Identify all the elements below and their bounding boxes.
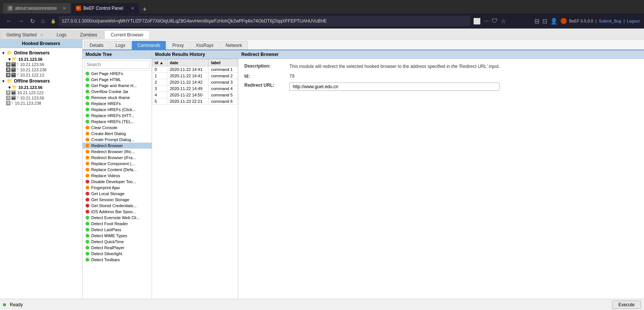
module-item-detect-foxit[interactable]: Detect Foxit Reader [83, 221, 152, 227]
offline-node-1[interactable]: 🖥 📷 10.21.123.122 [0, 90, 82, 95]
address-input[interactable] [59, 16, 470, 26]
redirect-url-input[interactable] [289, 83, 500, 91]
module-item-fingerprint-ajax[interactable]: Fingerprint Ajax [83, 185, 152, 191]
online-node-1[interactable]: 🖥 📷 ? 10.21.123.56 [0, 62, 82, 67]
offline-group-1[interactable]: ▼ 📁 10.21.123.56 [0, 84, 82, 90]
module-item-detect-toolbars[interactable]: Detect Toolbars [83, 257, 152, 263]
browser-tab-session[interactable]: ↺ about:sessionrestore ✕ [3, 3, 71, 14]
online-browsers-header[interactable]: ▼ 📁 Online Browsers [0, 50, 82, 56]
module-item-detect-quicktime[interactable]: Detect QuickTime [83, 239, 152, 245]
module-item-redirect-browser[interactable]: Redirect Browser [83, 143, 152, 149]
tab-beef-close[interactable]: ✕ [131, 6, 134, 11]
submit-bug-link[interactable]: Submit_Bug [599, 19, 621, 23]
table-row[interactable]: 42020-11-22 14:50command 5 [152, 92, 238, 98]
module-item-replace-hrefs-click[interactable]: Replace HREFs (Click... [83, 107, 152, 113]
cell-label: command 5 [209, 92, 238, 98]
bookmark-icon[interactable]: ⬜ [473, 18, 481, 25]
offline-ip-1: 10.21.123.56 [18, 85, 42, 90]
module-item-ios-address-bar[interactable]: iOS Address Bar Spoo... [83, 209, 152, 215]
forward-button[interactable]: → [17, 17, 26, 25]
offline-node-2[interactable]: 🖥 📷 ? 10.21.123.56 [0, 95, 82, 101]
module-item-get-page-hrefs[interactable]: Get Page HREFs [83, 71, 152, 77]
module-item-detect-silverlight[interactable]: Detect Silverlight [83, 251, 152, 257]
module-item-create-prompt-dialog[interactable]: Create Prompt Dialog... [83, 137, 152, 143]
bookmarks-panel-icon[interactable]: ⊟ [534, 18, 539, 25]
table-row[interactable]: 02020-11-22 14:41command 1 [152, 66, 238, 73]
module-item-detect-lastpass[interactable]: Detect LastPass [83, 227, 152, 233]
execute-button[interactable]: Execute [612, 301, 641, 309]
getting-started-close[interactable]: ✕ [40, 33, 43, 37]
tabs-panel-icon[interactable]: ⊡ [542, 18, 547, 25]
star-icon[interactable]: ☆ [501, 18, 506, 25]
offline-browsers-label: Offline Browsers [14, 78, 50, 84]
sec-tab-network[interactable]: Network [220, 41, 248, 50]
sec-tab-commands[interactable]: Commands [132, 41, 166, 50]
module-item-replace-hrefs-tel[interactable]: Replace HREFs (TEL... [83, 119, 152, 125]
search-input[interactable] [84, 60, 150, 69]
module-item-replace-hrefs[interactable]: Replace HREFs [83, 101, 152, 107]
online-folder-icon: 📁 [7, 50, 12, 56]
module-label-disable-developer: Disable Developer Too... [91, 179, 136, 184]
offline-node-3[interactable]: 🖥 ? 10.21.123.238 [0, 101, 82, 106]
logout-link[interactable]: Logout [627, 19, 639, 23]
online-node-3[interactable]: 🖥 📷 ? 10.21.122.12 [0, 72, 82, 78]
online-browsers-label: Online Browsers [14, 50, 50, 56]
tab-current-browser[interactable]: Current Browser [104, 30, 150, 39]
new-tab-button[interactable]: + [140, 6, 150, 14]
module-item-overflow-cookie-jar[interactable]: Overflow Cookie Jar [83, 89, 152, 95]
tab-session-close[interactable]: ✕ [63, 6, 66, 11]
cell-id: 1 [152, 73, 167, 79]
module-item-redirect-browser-ifra[interactable]: Redirect Browser (iFra... [83, 155, 152, 161]
online-node-2[interactable]: 🖥 📷 ? 10.21.123.238 [0, 67, 82, 72]
browser-tab-beef[interactable]: B BeEF Control Panel ✕ [71, 3, 139, 14]
reload-button[interactable]: ↻ [29, 17, 36, 26]
table-row[interactable]: 12020-11-22 14:41command 2 [152, 73, 238, 79]
home-button[interactable]: ⌂ [39, 17, 46, 25]
module-label-detect-silverlight: Detect Silverlight [91, 251, 122, 256]
profile-icon[interactable]: 👤 [550, 18, 558, 25]
results-col-0[interactable]: id ▲ [152, 59, 167, 66]
tab-zombies[interactable]: Zombies [74, 30, 104, 39]
results-col-2[interactable]: label [209, 59, 238, 66]
table-row[interactable]: 32020-11-22 14:49command 4 [152, 86, 238, 92]
module-label-create-prompt-dialog: Create Prompt Dialog... [91, 137, 134, 142]
module-item-get-stored-credentials[interactable]: Get Stored Credentials... [83, 203, 152, 209]
module-item-get-session-storage[interactable]: Get Session Storage [83, 197, 152, 203]
module-item-disable-developer[interactable]: Disable Developer Too... [83, 179, 152, 185]
sec-tab-details[interactable]: Details [84, 41, 109, 50]
module-list: Get Page HREFsGet Page HTMLGet Page and … [83, 71, 152, 299]
table-row[interactable]: 22020-11-22 14:42command 3 [152, 79, 238, 86]
sec-tab-logs[interactable]: Logs [110, 41, 131, 50]
module-item-remove-stuck-iframe[interactable]: Remove stuck iframe [83, 95, 152, 101]
module-item-detect-realplayer[interactable]: Detect RealPlayer [83, 245, 152, 251]
sec-tab-proxy[interactable]: Proxy [167, 41, 190, 50]
module-label-detect-lastpass: Detect LastPass [91, 227, 121, 232]
module-item-get-page-html[interactable]: Get Page HTML [83, 77, 152, 83]
tab-logs[interactable]: Logs [50, 30, 73, 39]
off-monitor-3: 🖥 [6, 101, 11, 105]
module-item-get-local-storage[interactable]: Get Local Storage [83, 191, 152, 197]
module-item-detect-evernote[interactable]: Detect Evernote Web Cli... [83, 215, 152, 221]
module-item-clear-console[interactable]: Clear Console [83, 125, 152, 131]
menu-icon[interactable]: ··· [484, 18, 489, 24]
module-item-get-page-iframe[interactable]: Get Page and iframe H... [83, 83, 152, 89]
sec-tab-xssrays[interactable]: XssRays [190, 41, 219, 50]
module-dot-detect-quicktime [86, 240, 89, 244]
module-item-replace-videos[interactable]: Replace Videos [83, 173, 152, 179]
camera-icon-1: 📷 [11, 62, 16, 67]
module-item-create-alert-dialog[interactable]: Create Alert Dialog [83, 131, 152, 137]
cell-label: command 3 [209, 79, 238, 86]
module-item-replace-content[interactable]: Replace Content (Defa... [83, 167, 152, 173]
results-col-1[interactable]: date [167, 59, 209, 66]
module-item-detect-mime-types[interactable]: Detect MIME Types [83, 233, 152, 239]
module-item-replace-hrefs-htt[interactable]: Replace HREFs (HTT... [83, 113, 152, 119]
monitor-icon-1: 🖥 [6, 62, 11, 67]
tab-getting-started[interactable]: Getting Started ✕ [0, 30, 50, 39]
offline-browsers-header[interactable]: ▼ 📁 Offline Browsers [0, 78, 82, 84]
online-group-1[interactable]: ▼ 📁 10.21.123.56 [0, 56, 82, 62]
module-item-replace-component[interactable]: Replace Component (... [83, 161, 152, 167]
browser-tree: ▼ 📁 Online Browsers ▼ 📁 10.21.123.56 🖥 📷… [0, 48, 82, 299]
table-row[interactable]: 52020-11-23 22:21command 6 [152, 98, 238, 105]
module-item-redirect-browser-rick[interactable]: Redirect Browser (Ric... [83, 149, 152, 155]
back-button[interactable]: ← [5, 17, 14, 25]
